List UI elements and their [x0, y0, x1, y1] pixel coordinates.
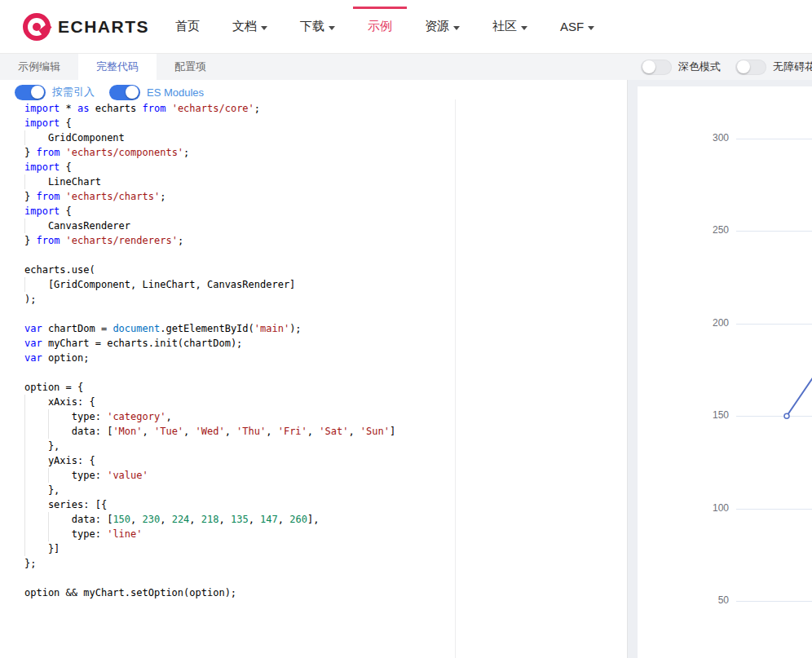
toggle-knob: [642, 60, 655, 73]
indent-guide: [48, 512, 49, 527]
es-modules-label: ES Modules: [147, 86, 204, 99]
indent-guide: [24, 468, 25, 483]
es-modules-toggle[interactable]: [109, 85, 140, 100]
nav-item-label: ASF: [560, 20, 584, 33]
view-toggles: 深色模式无障碍花纹: [641, 54, 812, 80]
brand[interactable]: ECHARTS: [23, 13, 149, 41]
indent-guide: [24, 174, 25, 189]
editor-divider: [455, 99, 456, 658]
import-on-demand-toggle[interactable]: [15, 85, 46, 100]
chart-preview-panel: 30025020015010050: [638, 86, 812, 658]
dark-mode-label: 深色模式: [678, 60, 721, 74]
code-line: data: [150, 230, 224, 218, 135, 147, 260…: [24, 512, 627, 527]
main-nav: 首页文档下载示例资源社区ASF: [175, 0, 594, 54]
indent-guide: [48, 468, 49, 483]
import-on-demand-label: 按需引入: [52, 85, 95, 99]
nav-item-label: 社区: [492, 19, 517, 34]
code-line: [24, 248, 627, 263]
code-line: },: [24, 483, 627, 497]
line-series: [638, 86, 812, 658]
code-line: LineChart: [24, 174, 627, 189]
nav-item-examples[interactable]: 示例: [368, 0, 392, 54]
code-line: [24, 365, 627, 380]
indent-guide: [48, 409, 49, 424]
indent-guide: [24, 277, 25, 292]
indent-guide: [24, 512, 25, 527]
nav-item-label: 示例: [368, 19, 392, 34]
echarts-logo-icon: [23, 13, 51, 41]
code-line: var option;: [24, 351, 627, 365]
nav-item-label: 首页: [175, 19, 200, 34]
nav-item-label: 资源: [425, 19, 449, 34]
indent-guide: [24, 527, 25, 541]
chevron-down-icon: [453, 26, 460, 30]
echarts-examples-page: ECHARTS 首页文档下载示例资源社区ASF 示例编辑完整代码配置项 深色模式…: [0, 0, 812, 658]
indent-guide: [24, 541, 25, 556]
nav-item-download[interactable]: 下载: [300, 0, 335, 54]
code-line: } from 'echarts/charts';: [24, 189, 627, 204]
code-line: type: 'category',: [24, 409, 627, 424]
dark-mode-toggle[interactable]: [641, 60, 672, 75]
code-line: },: [24, 439, 627, 453]
indent-guide: [24, 130, 25, 145]
code-line: [GridComponent, LineChart, CanvasRendere…: [24, 277, 627, 292]
code-line: xAxis: {: [24, 395, 627, 409]
nav-item-resources[interactable]: 资源: [425, 0, 460, 54]
code-line: var chartDom = document.getElementById('…: [24, 321, 627, 336]
nav-item-community[interactable]: 社区: [492, 0, 527, 54]
chevron-down-icon: [261, 26, 267, 30]
indent-guide: [24, 483, 25, 497]
data-point[interactable]: [784, 413, 789, 418]
chevron-down-icon: [329, 26, 335, 30]
nav-item-label: 下载: [300, 19, 324, 34]
code-line: [24, 307, 627, 321]
code-line: import {: [24, 116, 627, 130]
line-chart[interactable]: 30025020015010050: [638, 86, 812, 658]
code-line: } from 'echarts/components';: [24, 145, 627, 160]
toggle-knob: [31, 86, 44, 99]
code-line: echarts.use(: [24, 263, 627, 277]
code-line: CanvasRenderer: [24, 219, 627, 233]
indent-guide: [48, 424, 49, 439]
import-on-demand-group: 按需引入: [15, 85, 95, 100]
indent-guide: [24, 439, 25, 453]
indent-guide: [24, 409, 25, 424]
code-editor[interactable]: import * as echarts from 'echarts/core';…: [24, 101, 627, 658]
indent-guide: [24, 219, 25, 233]
nav-item-docs[interactable]: 文档: [232, 0, 267, 54]
indent-guide: [24, 395, 25, 409]
code-line: };: [24, 556, 627, 571]
code-line: [24, 571, 627, 585]
tab-example-editor[interactable]: 示例编辑: [0, 54, 78, 80]
code-line: option = {: [24, 380, 627, 395]
code-line: var myChart = echarts.init(chartDom);: [24, 336, 627, 351]
nav-item-home[interactable]: 首页: [175, 0, 200, 54]
import-toggles: 按需引入ES Modules: [0, 80, 627, 101]
code-line: GridComponent: [24, 130, 627, 145]
tab-option-config[interactable]: 配置项: [157, 54, 224, 80]
nav-item-asf[interactable]: ASF: [560, 0, 594, 54]
decal-pattern-toggle[interactable]: [735, 60, 766, 75]
code-line: import {: [24, 160, 627, 174]
code-line: series: [{: [24, 497, 627, 512]
dark-mode-group: 深色模式: [641, 60, 721, 75]
code-line: } from 'echarts/renderers';: [24, 233, 627, 248]
code-line: yAxis: {: [24, 453, 627, 468]
indent-guide: [24, 424, 25, 439]
nav-item-label: 文档: [232, 19, 257, 34]
code-line: data: ['Mon', 'Tue', 'Wed', 'Thu', 'Fri'…: [24, 424, 627, 439]
code-line: import {: [24, 204, 627, 219]
indent-guide: [48, 527, 49, 541]
chevron-down-icon: [588, 26, 594, 30]
toggle-knob: [126, 86, 139, 99]
code-line: type: 'line': [24, 527, 627, 541]
code-line: option && myChart.setOption(option);: [24, 585, 627, 600]
tab-full-code[interactable]: 完整代码: [78, 54, 157, 80]
code-line: }]: [24, 541, 627, 556]
chevron-down-icon: [521, 26, 527, 30]
decal-pattern-label: 无障碍花纹: [773, 60, 812, 74]
toggle-knob: [737, 60, 750, 73]
brand-wordmark: ECHARTS: [58, 17, 149, 37]
indent-guide: [24, 497, 25, 512]
code-panel: 按需引入ES Modules import * as echarts from …: [0, 80, 628, 658]
